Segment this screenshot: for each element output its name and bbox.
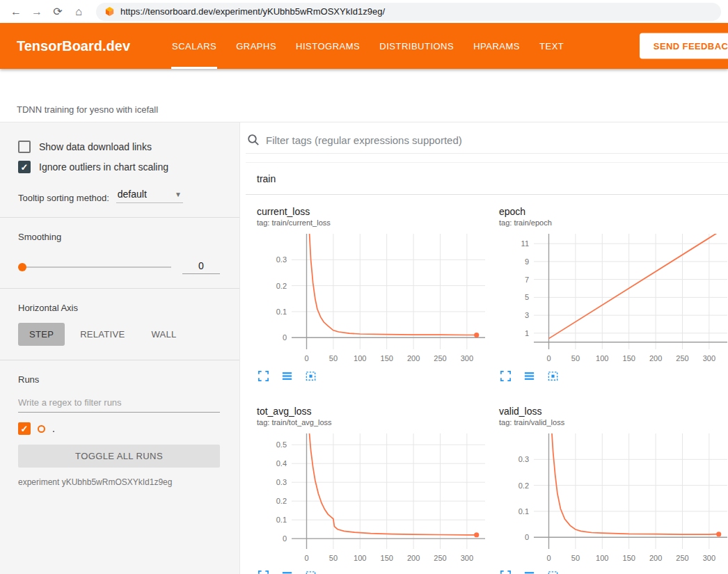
tab-distributions[interactable]: DISTRIBUTIONS	[370, 23, 464, 69]
fit-domain-icon[interactable]	[304, 370, 317, 382]
data-table-icon[interactable]	[523, 570, 536, 574]
axis-step-button[interactable]: STEP	[18, 323, 65, 346]
svg-text:300: 300	[703, 354, 715, 362]
smoothing-slider-thumb[interactable]	[18, 263, 26, 271]
axis-relative-button[interactable]: RELATIVE	[69, 323, 136, 346]
expand-icon[interactable]	[257, 570, 270, 574]
svg-text:250: 250	[676, 554, 688, 562]
svg-text:100: 100	[596, 554, 608, 562]
data-table-icon[interactable]	[280, 370, 294, 382]
svg-text:250: 250	[676, 354, 688, 362]
svg-text:0.2: 0.2	[276, 282, 287, 290]
axis-wall-button[interactable]: WALL	[140, 323, 187, 346]
svg-text:50: 50	[571, 554, 580, 562]
svg-text:0.2: 0.2	[276, 497, 287, 505]
tab-text[interactable]: TEXT	[530, 23, 573, 69]
runs-label: Runs	[18, 374, 220, 385]
send-feedback-button[interactable]: SEND FEEDBACK	[640, 33, 728, 59]
chart-toolbar	[499, 570, 728, 574]
svg-text:300: 300	[461, 554, 473, 562]
svg-text:0.5: 0.5	[276, 440, 287, 449]
svg-text:1: 1	[525, 329, 529, 337]
scalar-chart-card: tot_avg_losstag: train/tot_avg_loss05010…	[257, 406, 491, 574]
smoothing-slider[interactable]	[18, 266, 171, 268]
sidebar-divider	[0, 360, 239, 360]
svg-text:50: 50	[329, 554, 338, 562]
svg-text:7: 7	[525, 276, 529, 284]
svg-text:5: 5	[525, 293, 529, 301]
tab-histograms[interactable]: HISTOGRAMS	[286, 23, 370, 69]
chevron-down-icon: ▼	[175, 191, 182, 198]
svg-text:0.3: 0.3	[276, 478, 287, 486]
svg-text:0.3: 0.3	[276, 255, 287, 264]
run-checkbox[interactable]	[18, 422, 31, 435]
svg-text:300: 300	[703, 554, 715, 562]
chart-tag: tag: train/tot_avg_loss	[257, 418, 491, 426]
data-table-icon[interactable]	[523, 370, 536, 382]
tab-hparams[interactable]: HPARAMS	[464, 23, 530, 69]
expand-icon[interactable]	[499, 370, 512, 382]
settings-sidebar: Show data download links Ignore outliers…	[0, 122, 240, 574]
charts-grid: current_losstag: train/current_loss05010…	[246, 195, 728, 574]
scalars-dashboard: train current_losstag: train/current_los…	[240, 122, 728, 574]
svg-text:0.3: 0.3	[519, 455, 529, 463]
url-text: https://tensorboard.dev/experiment/yKUbh…	[120, 6, 385, 17]
experiment-title-bar: TDNN training for yesno with icefall	[0, 69, 728, 122]
home-icon[interactable]: ⌂	[70, 6, 88, 18]
chart-toolbar	[257, 570, 491, 574]
scalar-chart-card: current_losstag: train/current_loss05010…	[257, 206, 491, 382]
svg-text:0.4: 0.4	[276, 459, 287, 468]
ignore-outliers-label: Ignore outliers in chart scaling	[39, 161, 168, 173]
toggle-all-runs-button[interactable]: TOGGLE ALL RUNS	[18, 445, 220, 468]
chart-plot[interactable]: 05010015020025030000.10.20.3	[257, 230, 491, 367]
back-icon[interactable]: ←	[7, 6, 25, 18]
fit-domain-icon[interactable]	[546, 570, 560, 574]
chart-toolbar	[257, 370, 491, 382]
svg-text:0: 0	[525, 533, 529, 541]
chart-plot[interactable]: 05010015020025030000.10.20.3	[499, 429, 728, 567]
forward-icon[interactable]: →	[28, 6, 46, 18]
tab-graphs[interactable]: GRAPHS	[226, 23, 286, 69]
svg-text:0.1: 0.1	[276, 516, 287, 524]
svg-text:150: 150	[381, 554, 393, 562]
run-list-item[interactable]: .	[18, 422, 220, 435]
svg-text:0.2: 0.2	[519, 481, 529, 490]
svg-text:200: 200	[649, 554, 662, 562]
svg-text:100: 100	[354, 354, 366, 362]
app-header: TensorBoard.dev SCALARS GRAPHS HISTOGRAM…	[0, 23, 728, 69]
smoothing-label: Smoothing	[18, 232, 220, 242]
data-table-icon[interactable]	[280, 570, 294, 574]
reload-icon[interactable]: ⟳	[49, 5, 67, 18]
chart-plot[interactable]: 0501001502002503001357911	[499, 230, 728, 367]
chart-plot[interactable]: 05010015020025030000.10.20.30.40.5	[257, 429, 491, 567]
svg-text:50: 50	[571, 354, 580, 362]
chart-title: valid_loss	[499, 406, 728, 417]
smoothing-value[interactable]: 0	[182, 260, 220, 274]
expand-icon[interactable]	[499, 570, 512, 574]
chart-tag: tag: train/current_loss	[257, 218, 491, 227]
tensorboard-favicon	[104, 6, 115, 17]
svg-text:0: 0	[283, 534, 287, 543]
address-bar[interactable]: https://tensorboard.dev/experiment/yKUbh…	[96, 3, 721, 21]
tag-filter-input[interactable]	[266, 134, 728, 146]
tag-filter-bar	[246, 125, 728, 154]
experiment-id-note: experiment yKUbhb5wRmOSXYkId1z9eg	[18, 477, 220, 487]
fit-domain-icon[interactable]	[546, 370, 560, 382]
fit-domain-icon[interactable]	[304, 570, 317, 574]
horizontal-axis-label: Horizontal Axis	[18, 303, 220, 313]
expand-icon[interactable]	[257, 370, 270, 382]
tab-scalars[interactable]: SCALARS	[162, 23, 226, 69]
svg-text:0: 0	[283, 333, 287, 342]
svg-text:200: 200	[407, 554, 420, 562]
tag-group-card: train current_losstag: train/current_los…	[246, 162, 728, 574]
svg-text:9: 9	[525, 257, 529, 266]
show-download-links-label: Show data download links	[39, 141, 152, 152]
show-download-links-checkbox[interactable]	[18, 141, 31, 153]
svg-text:0: 0	[546, 354, 551, 362]
tooltip-sorting-dropdown[interactable]: default ▼	[116, 189, 183, 203]
tag-group-header[interactable]: train	[246, 163, 728, 195]
runs-filter-input[interactable]	[18, 392, 220, 413]
experiment-title: TDNN training for yesno with icefall	[17, 104, 158, 115]
svg-text:100: 100	[596, 354, 608, 362]
ignore-outliers-checkbox[interactable]	[18, 161, 31, 173]
